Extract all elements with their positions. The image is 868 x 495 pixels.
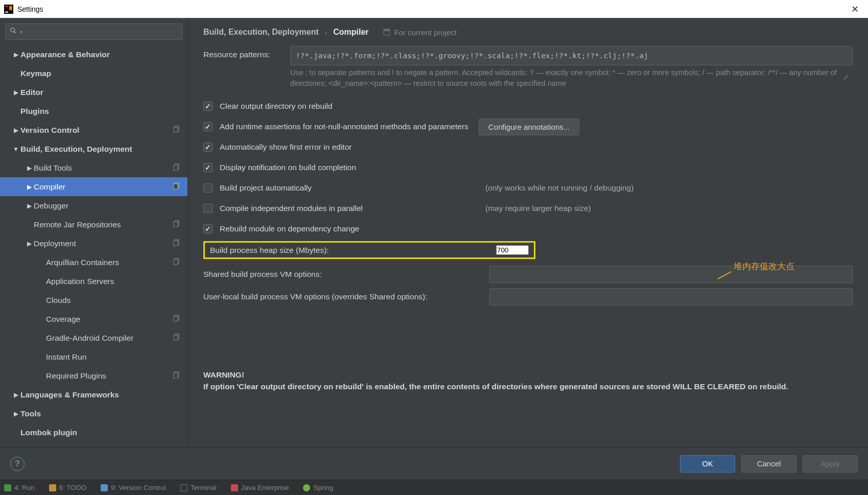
checkbox-icon[interactable] xyxy=(203,204,213,213)
auto-first-error-checkbox-row[interactable]: Automatically show first error in editor xyxy=(203,137,853,157)
sidebar-item-label: Appearance & Behavior xyxy=(20,50,183,59)
sidebar-item-instant-run[interactable]: Instant Run xyxy=(0,347,187,366)
sidebar-item-languages-frameworks[interactable]: ▶Languages & Frameworks xyxy=(0,385,187,404)
cancel-button[interactable]: Cancel xyxy=(741,455,796,473)
user-vm-input[interactable] xyxy=(489,288,853,305)
checkbox-icon[interactable] xyxy=(203,102,213,111)
sidebar-item-label: Arquillian Containers xyxy=(46,258,173,267)
copy-settings-icon xyxy=(173,258,183,267)
sidebar-item-remote-jar-repositories[interactable]: Remote Jar Repositories xyxy=(0,215,187,234)
configure-annotations-button[interactable]: Configure annotations... xyxy=(479,119,579,135)
checkbox-icon[interactable] xyxy=(203,183,213,193)
breadcrumb: Build, Execution, Deployment › Compiler … xyxy=(203,28,853,37)
checkbox-icon[interactable] xyxy=(203,163,213,172)
parallel-checkbox-row[interactable]: Compile independent modules in parallel … xyxy=(203,198,853,219)
sidebar-item-label: Compiler xyxy=(34,182,173,192)
help-icon[interactable]: ? xyxy=(10,457,25,471)
heap-size-input[interactable] xyxy=(496,245,529,255)
sidebar-item-debugger[interactable]: ▶Debugger xyxy=(0,196,187,215)
svg-rect-15 xyxy=(174,241,178,246)
expand-icon[interactable]: ⤢ xyxy=(843,74,849,81)
sidebar-item-tools[interactable]: ▶Tools xyxy=(0,404,187,423)
rebuild-dep-checkbox-row[interactable]: Rebuild module on dependency change xyxy=(203,219,853,239)
toolwindow-vc[interactable]: 9: Version Control xyxy=(101,484,166,491)
annotation-text: 堆内存值改大点 xyxy=(734,261,794,272)
sidebar-item-arquillian-containers[interactable]: Arquillian Containers xyxy=(0,253,187,272)
sidebar-item-gradle-android-compiler[interactable]: Gradle-Android Compiler xyxy=(0,328,187,347)
clear-output-label: Clear output directory on rebuild xyxy=(220,102,333,111)
dialog-footer: ? OK Cancel Apply xyxy=(0,447,868,480)
sidebar-item-label: Debugger xyxy=(34,201,183,210)
shared-vm-input[interactable] xyxy=(489,266,853,283)
sidebar-item-application-servers[interactable]: Application Servers xyxy=(0,272,187,291)
checkbox-icon[interactable] xyxy=(203,122,213,131)
breadcrumb-sep: › xyxy=(325,29,327,36)
search-input[interactable]: ▾ xyxy=(5,23,182,40)
build-auto-label: Build project automatically xyxy=(220,183,485,193)
sidebar-item-plugins[interactable]: Plugins xyxy=(0,102,187,121)
settings-tree: ▶Appearance & BehaviorKeymap▶EditorPlugi… xyxy=(0,45,187,447)
checkbox-icon[interactable] xyxy=(203,224,213,233)
chevron-right-icon: ▶ xyxy=(11,51,20,58)
copy-settings-icon xyxy=(173,371,183,381)
sidebar-item-label: Gradle-Android Compiler xyxy=(46,334,173,343)
sidebar-item-label: Keymap xyxy=(20,69,183,78)
svg-rect-3 xyxy=(9,6,12,10)
chevron-down-icon: ▼ xyxy=(11,146,20,153)
auto-first-error-label: Automatically show first error in editor xyxy=(220,143,351,152)
sidebar-item-build-execution-deployment[interactable]: ▼Build, Execution, Deployment xyxy=(0,139,187,158)
sidebar-item-clouds[interactable]: Clouds xyxy=(0,291,187,310)
apply-button[interactable]: Apply xyxy=(803,455,858,473)
sidebar-item-coverage[interactable]: Coverage xyxy=(0,310,187,328)
chevron-right-icon: ▶ xyxy=(11,89,20,96)
sidebar-item-deployment[interactable]: ▶Deployment xyxy=(0,234,187,253)
checkbox-icon[interactable] xyxy=(203,143,213,152)
runtime-assert-checkbox-row[interactable]: Add runtime assertions for not-null-anno… xyxy=(203,116,853,137)
sidebar-item-required-plugins[interactable]: Required Plugins xyxy=(0,366,187,385)
user-vm-label: User-local build process VM options (ove… xyxy=(203,292,489,301)
toolwindow-run[interactable]: 4: Run xyxy=(4,484,35,491)
sidebar-item-build-tools[interactable]: ▶Build Tools xyxy=(0,158,187,177)
sidebar-item-compiler[interactable]: ▶Compiler xyxy=(0,177,187,196)
close-icon[interactable]: ✕ xyxy=(846,4,864,15)
sidebar-item-label: Languages & Frameworks xyxy=(20,390,183,399)
sidebar-item-label: Application Servers xyxy=(46,277,183,286)
sidebar-item-label: Clouds xyxy=(46,296,183,305)
sidebar-item-label: Deployment xyxy=(34,239,173,248)
chevron-right-icon: ▶ xyxy=(25,164,34,172)
chevron-right-icon: ▶ xyxy=(11,127,20,134)
resource-patterns-input[interactable] xyxy=(290,46,853,65)
ok-button[interactable]: OK xyxy=(680,455,735,473)
toolwindow-jee[interactable]: Java Enterprise xyxy=(231,484,289,491)
breadcrumb-parent[interactable]: Build, Execution, Deployment xyxy=(203,28,319,37)
chevron-right-icon: ▶ xyxy=(25,202,34,209)
chevron-down-icon: ▾ xyxy=(20,29,22,35)
toolwindow-todo[interactable]: 6: TODO xyxy=(49,484,87,491)
clear-output-checkbox-row[interactable]: Clear output directory on rebuild xyxy=(203,96,853,116)
sidebar-item-appearance-behavior[interactable]: ▶Appearance & Behavior xyxy=(0,45,187,64)
sidebar-item-editor[interactable]: ▶Editor xyxy=(0,83,187,102)
sidebar-item-label: Tools xyxy=(20,409,183,418)
build-auto-checkbox-row[interactable]: Build project automatically (only works … xyxy=(203,178,853,198)
toolwindow-spring[interactable]: Spring xyxy=(303,484,333,491)
breadcrumb-current: Compiler xyxy=(333,28,368,37)
sidebar-item-label: Editor xyxy=(20,88,183,97)
sidebar-item-label: Plugins xyxy=(20,107,183,116)
toolwindow-terminal[interactable]: Terminal xyxy=(180,484,217,491)
chevron-right-icon: ▶ xyxy=(11,410,20,417)
warning-body: If option 'Clear output directory on reb… xyxy=(203,381,853,392)
sidebar-item-label: Lombok plugin xyxy=(20,428,183,437)
svg-point-4 xyxy=(11,28,15,32)
sidebar-item-version-control[interactable]: ▶Version Control xyxy=(0,121,187,139)
heap-size-highlight: Build process heap size (Mbytes): xyxy=(203,241,535,259)
sidebar-item-keymap[interactable]: Keymap xyxy=(0,64,187,83)
sidebar-item-lombok-plugin[interactable]: Lombok plugin xyxy=(0,423,187,442)
window-title: Settings xyxy=(17,5,43,13)
titlebar: Settings ✕ xyxy=(0,0,868,18)
display-notification-checkbox-row[interactable]: Display notification on build completion xyxy=(203,157,853,178)
copy-settings-icon xyxy=(173,182,183,192)
sidebar-item-label: Version Control xyxy=(20,126,173,135)
chevron-right-icon: ▶ xyxy=(25,183,34,191)
copy-settings-icon xyxy=(173,163,183,173)
runtime-assert-label: Add runtime assertions for not-null-anno… xyxy=(220,122,468,131)
